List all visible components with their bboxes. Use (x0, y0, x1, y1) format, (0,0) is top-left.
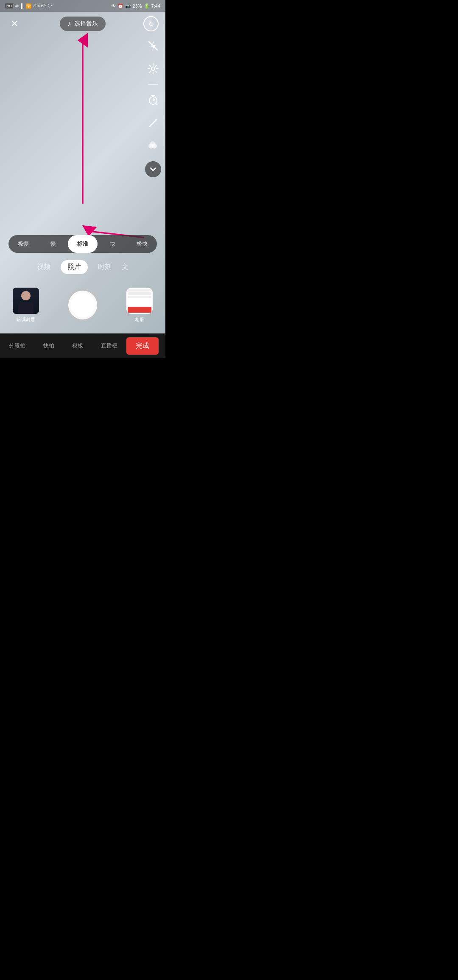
wifi-icon: 🛜 (26, 3, 32, 9)
flash-off-icon (147, 40, 159, 52)
speed-selector: 极慢 慢 标准 快 极快 (8, 235, 157, 253)
thumbnail-label: 暗调斜屏 (17, 316, 35, 323)
svg-text:✦: ✦ (154, 118, 158, 122)
album-line-3 (128, 296, 151, 298)
flash-button[interactable] (145, 38, 161, 53)
svg-text:3: 3 (156, 102, 158, 106)
hd-label: HD (5, 3, 13, 8)
speed-slow[interactable]: 慢 (38, 235, 68, 253)
status-bar: HD 46 ▌ 🛜 394 B/s 🛡 👁 ⏰ 📷 23% 🔋 7:44 (0, 0, 165, 12)
mode-video[interactable]: 视频 (37, 263, 50, 272)
done-button[interactable]: 完成 (126, 337, 159, 355)
header: ✕ ♪ 选择音乐 ↻ (0, 12, 165, 36)
status-right: 👁 ⏰ 📷 23% 🔋 7:44 (111, 3, 160, 9)
nav-segment-shoot[interactable]: 分段拍 (9, 342, 25, 350)
music-button-label: 选择音乐 (74, 20, 98, 28)
thumbnail-preview (13, 288, 39, 314)
svg-point-5 (151, 67, 155, 70)
album-button[interactable] (126, 288, 153, 314)
more-button[interactable] (145, 161, 161, 177)
album-label: 相册 (135, 316, 144, 323)
chevron-down-icon (149, 165, 157, 174)
icon-separator (148, 84, 158, 85)
mode-selector: 视频 照片 时刻 文 (0, 260, 165, 274)
shutter-inner (70, 293, 95, 317)
speed-normal[interactable]: 标准 (68, 235, 98, 253)
speed-label: 394 B/s (34, 4, 47, 8)
speed-very-slow[interactable]: 极慢 (8, 235, 38, 253)
nav-quick-shoot[interactable]: 快拍 (43, 342, 54, 350)
nav-template[interactable]: 模板 (72, 342, 83, 350)
filter-button[interactable] (145, 138, 161, 154)
magic-button[interactable]: ✦ · · (145, 115, 161, 131)
svg-text:·: · (149, 120, 150, 123)
nav-live-frame[interactable]: 直播框 (101, 342, 117, 350)
status-left: HD 46 ▌ 🛜 394 B/s 🛡 (5, 3, 52, 9)
bottom-nav: 分段拍 快拍 模板 直播框 完成 (0, 333, 165, 358)
timer-icon: 3 (147, 94, 159, 106)
template-thumbnail[interactable] (13, 288, 39, 314)
battery-label: 23% (133, 3, 142, 8)
svg-text:·: · (156, 122, 157, 125)
settings-gear-icon (147, 63, 159, 75)
person-body (18, 302, 34, 314)
svg-point-17 (150, 141, 155, 146)
album-line-1 (128, 289, 151, 291)
settings-button[interactable] (145, 61, 161, 76)
eye-icon: 👁 (111, 3, 116, 8)
mode-photo[interactable]: 照片 (61, 260, 88, 274)
music-note-icon: ♪ (67, 20, 71, 28)
right-icon-panel: 3 ✦ · · (145, 38, 161, 177)
signal-bars: ▌ (21, 3, 24, 8)
camera-icon: 📷 (125, 3, 131, 9)
bottom-controls: 暗调斜屏 相册 (0, 277, 165, 333)
timer-button[interactable]: 3 (145, 92, 161, 108)
shutter-button[interactable] (67, 289, 99, 321)
flip-icon: ↻ (148, 20, 154, 28)
mode-moment[interactable]: 时刻 (98, 263, 112, 272)
music-select-button[interactable]: ♪ 选择音乐 (60, 17, 106, 31)
filter-icon (147, 140, 159, 152)
person-head (21, 291, 31, 300)
time-label: 7:44 (151, 3, 160, 8)
flip-camera-button[interactable]: ↻ (143, 16, 159, 31)
signal-4g: 46 (15, 4, 19, 8)
battery-icon: 🔋 (144, 3, 150, 9)
speed-fast[interactable]: 快 (98, 235, 127, 253)
mode-text[interactable]: 文 (122, 263, 128, 272)
magic-wand-icon: ✦ · · (147, 117, 159, 129)
alarm-icon: ⏰ (117, 3, 123, 9)
album-red-bar (128, 307, 151, 313)
album-line-2 (128, 292, 151, 295)
nav-items: 分段拍 快拍 模板 直播框 (0, 342, 126, 350)
speed-very-fast[interactable]: 极快 (127, 235, 157, 253)
close-button[interactable]: ✕ (7, 16, 22, 31)
album-preview (126, 288, 153, 314)
shield-icon: 🛡 (48, 4, 52, 8)
